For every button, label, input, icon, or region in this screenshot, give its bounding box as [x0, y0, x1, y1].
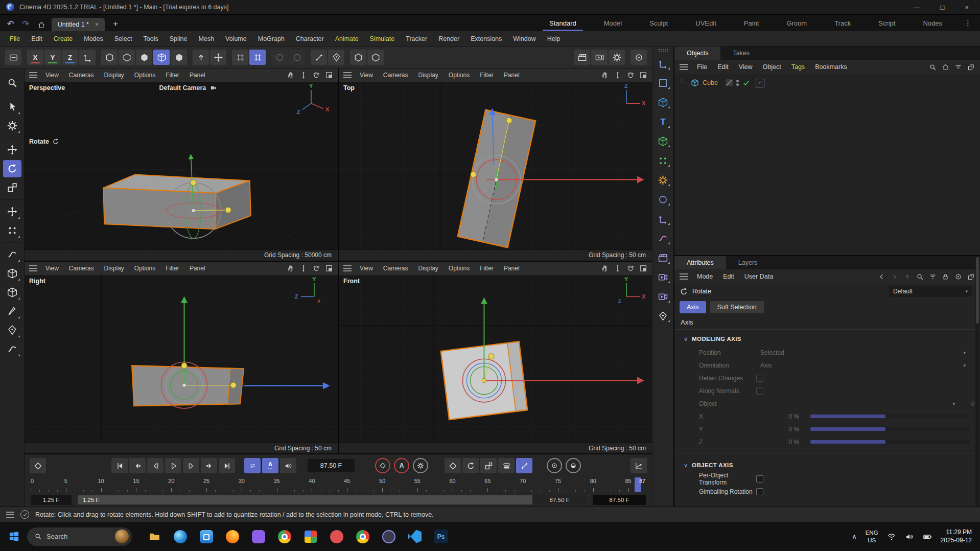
move-tool[interactable]	[3, 141, 21, 158]
toggle-view-icon[interactable]	[639, 71, 647, 79]
cluster-icon[interactable]	[655, 153, 671, 168]
planar-workplane-button[interactable]	[289, 50, 305, 65]
menu-animate[interactable]: Animate	[330, 35, 364, 42]
viewport-menu-view[interactable]: View	[360, 265, 373, 272]
minimize-button[interactable]: —	[914, 4, 920, 11]
preset-dropdown[interactable]: Default ▾	[889, 286, 972, 297]
redo-icon[interactable]: ↷	[20, 19, 31, 31]
sound-button[interactable]	[280, 458, 296, 473]
taskbar-app-chrome-beta[interactable]	[356, 530, 370, 544]
knife-options-button[interactable]	[328, 50, 344, 65]
tab-close-icon[interactable]: ×	[95, 21, 99, 28]
set-keyframe-button[interactable]	[30, 458, 46, 473]
record-keyframe-button[interactable]	[375, 458, 390, 473]
menu-simulate[interactable]: Simulate	[364, 35, 401, 42]
menu-spline[interactable]: Spline	[164, 35, 193, 42]
attributes-tab-attributes[interactable]: Attributes	[674, 256, 726, 269]
viewport-menu-grip[interactable]	[343, 265, 352, 271]
workplane-button[interactable]	[193, 50, 209, 65]
forward-icon[interactable]	[891, 273, 898, 281]
x-slider[interactable]	[810, 415, 970, 418]
key-pla-button[interactable]	[516, 458, 532, 473]
viewport-menu-grip[interactable]	[29, 265, 37, 271]
object-row-cube[interactable]: Cube	[682, 77, 980, 89]
text-tool-icon[interactable]: T	[655, 114, 671, 129]
viewport-menu-panel[interactable]: Panel	[190, 72, 205, 79]
poly-pen-tool[interactable]	[3, 284, 21, 301]
along-normals-checkbox[interactable]	[756, 387, 763, 395]
menu-extensions[interactable]: Extensions	[465, 35, 507, 42]
group-header-modeling-axis[interactable]: ∨MODELING AXIS	[674, 332, 980, 346]
dolly-view-icon[interactable]	[299, 264, 308, 272]
front-canvas[interactable]: Y X Z Front	[339, 275, 652, 443]
orbit-view-icon[interactable]	[312, 264, 320, 272]
viewport-menu-view[interactable]: View	[45, 72, 59, 79]
scrollbar[interactable]	[975, 256, 979, 507]
menu-character[interactable]: Character	[290, 35, 330, 42]
workspace-menu-icon[interactable]: ⋮	[961, 18, 975, 28]
tray-expand-icon[interactable]: ∧	[852, 533, 857, 540]
x-value-field[interactable]: 0 %	[756, 411, 803, 422]
maximize-button[interactable]: □	[941, 4, 945, 11]
key-rotation-button[interactable]	[462, 458, 479, 473]
lock-z-axis-button[interactable]: Z	[62, 50, 78, 65]
z-value-field[interactable]: 0 %	[756, 437, 803, 447]
dolly-view-icon[interactable]	[299, 71, 308, 79]
back-icon[interactable]	[878, 273, 885, 281]
viewport-menu-panel[interactable]: Panel	[504, 72, 520, 79]
live-selection-tool[interactable]	[3, 98, 21, 116]
rectangle-selection-icon[interactable]	[655, 76, 671, 90]
viewport-menu-filter[interactable]: Filter	[166, 265, 179, 272]
viewport-menu-options[interactable]: Options	[449, 72, 470, 79]
viewport-menu-filter[interactable]: Filter	[166, 72, 179, 79]
instance-icon[interactable]	[655, 134, 671, 149]
search-input[interactable]: Search	[27, 527, 132, 546]
objects-tab-takes[interactable]: Takes	[720, 47, 762, 60]
attributes-menu-user-data[interactable]: User Data	[739, 273, 778, 280]
workspace-tab-track[interactable]: Track	[821, 15, 865, 31]
objects-menu-object[interactable]: Object	[758, 63, 786, 71]
viewport-menu-display[interactable]: Display	[104, 72, 124, 79]
mode-button-soft-selection[interactable]: Soft Selection	[710, 301, 764, 313]
cube-primitive-icon[interactable]	[655, 95, 671, 110]
viewport-menu-filter[interactable]: Filter	[480, 72, 494, 79]
workspace-tab-script[interactable]: Script	[865, 15, 909, 31]
menu-volume[interactable]: Volume	[220, 35, 252, 42]
viewport-menu-view[interactable]: View	[360, 72, 373, 79]
panel-menu-grip[interactable]	[680, 273, 688, 280]
toggle-view-icon[interactable]	[325, 71, 333, 79]
timeline-ruler[interactable]: 051015202530354045505560657075808587	[31, 477, 646, 493]
rotate-tool[interactable]	[3, 160, 21, 177]
viewport-menu-cameras[interactable]: Cameras	[69, 265, 94, 272]
sketch-tool[interactable]	[3, 303, 21, 320]
position-dropdown[interactable]: Selected▾	[756, 348, 970, 358]
animation-mode-button[interactable]	[171, 50, 187, 65]
home-icon[interactable]	[35, 21, 48, 31]
taskbar-app-vscode[interactable]	[408, 530, 422, 544]
scale-tool[interactable]	[3, 179, 21, 196]
camera-morph-icon[interactable]	[655, 289, 671, 304]
viewport-menu-cameras[interactable]: Cameras	[383, 72, 408, 79]
viewport-menu-options[interactable]: Options	[134, 72, 155, 79]
selection-transform-tool[interactable]	[3, 203, 21, 220]
orbit-view-icon[interactable]	[626, 264, 635, 272]
document-tab[interactable]: Untitled 1 * ×	[52, 18, 105, 31]
snap-button[interactable]	[249, 50, 266, 65]
quantize-button[interactable]	[232, 50, 248, 65]
visibility-dots[interactable]	[736, 80, 739, 86]
lock-x-axis-button[interactable]: X	[27, 50, 43, 65]
menu-mesh[interactable]: Mesh	[193, 35, 220, 42]
pan-view-icon[interactable]	[601, 71, 609, 79]
keyframe-settings-button[interactable]	[413, 458, 428, 473]
object-link-field[interactable]: ▾	[756, 399, 959, 409]
workspace-tab-nodes[interactable]: Nodes	[909, 15, 956, 31]
orbit-view-icon[interactable]	[626, 71, 635, 79]
loop-playback-button[interactable]	[244, 458, 261, 473]
close-button[interactable]: ×	[965, 4, 969, 11]
attributes-menu-edit[interactable]: Edit	[718, 273, 739, 280]
coordinate-system-button[interactable]	[79, 50, 96, 65]
spline-smooth-tool[interactable]	[3, 340, 21, 358]
sphere-primitive-icon[interactable]	[655, 192, 671, 207]
undo-icon[interactable]: ↶	[5, 19, 16, 31]
pan-view-icon[interactable]	[287, 264, 295, 272]
